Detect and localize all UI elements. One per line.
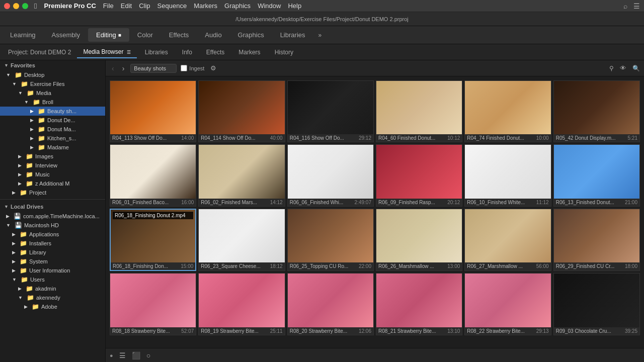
search-icon[interactable]: ⌕ (623, 2, 627, 10)
clip-menu[interactable]: Clip (139, 2, 150, 10)
favorites-section[interactable]: ▼ Favorites (0, 60, 105, 70)
tab-libraries[interactable]: Libraries (272, 28, 313, 42)
tree-item-timemachine[interactable]: ▶ 💾 com.apple.TimeMachine.loca... (0, 212, 105, 221)
media-card-r04_113[interactable]: R04_113 Show Off Do...14:00 (110, 80, 196, 142)
tab-libraries-panel[interactable]: Libraries (139, 47, 174, 58)
markers-menu[interactable]: Markers (194, 2, 217, 10)
local-drives-section[interactable]: ▼ Local Drives (0, 202, 105, 212)
tree-item-interview[interactable]: ▶ 📁 Interview (0, 161, 105, 170)
media-card-r09_03[interactable]: R09_03 Chocolate Cru...39:25 (553, 273, 640, 335)
tab-color[interactable]: Color (129, 28, 161, 42)
apple-menu[interactable]:  (34, 2, 37, 10)
media-card-r04_60[interactable]: R04_60 Finished Donut...10:12 (376, 80, 462, 142)
media-card-r06_02[interactable]: R06_02_Finished Mars...14:12 (198, 144, 285, 206)
file-menu[interactable]: File (103, 2, 114, 10)
tab-history[interactable]: History (269, 47, 299, 58)
media-card-r08_21[interactable]: R08_21 Strawberry Bite...13:10 (376, 273, 462, 335)
nav-back-button[interactable]: ‹ (110, 63, 116, 73)
tab-graphics[interactable]: Graphics (230, 28, 272, 42)
media-card-r06_13[interactable]: R06_13_Finished Donut...21:00 (553, 144, 640, 206)
window-menu[interactable]: Window (258, 2, 281, 10)
tree-item-akadmin[interactable]: ▶ 📁 akadmin (0, 284, 105, 293)
media-browser-menu-icon[interactable]: ☰ (127, 50, 131, 55)
graphics-menu[interactable]: Graphics (224, 2, 251, 10)
tree-item-madame[interactable]: ▶ 📁 Madame (0, 143, 105, 152)
tab-effects-panel[interactable]: Effects (200, 47, 230, 58)
media-name-r08_18: R08_18 Strawberry Bite... (112, 328, 170, 334)
media-name-r09_03: R09_03 Chocolate Cru... (556, 328, 611, 334)
tree-item-broll[interactable]: ▼ 📁 Broll (0, 98, 105, 107)
tree-item-exercise-files[interactable]: ▼ 📁 Exercise Files (0, 79, 105, 88)
tab-learning[interactable]: Learning (2, 28, 44, 42)
more-tabs-button[interactable]: » (315, 30, 325, 41)
minimize-button[interactable] (13, 3, 19, 9)
tree-item-adobe[interactable]: ▶ 📁 Adobe (0, 302, 105, 311)
tree-item-kitchen[interactable]: ▶ 📁 Kitchen_s... (0, 134, 105, 143)
media-card-r06_06[interactable]: R06_06_Finished Whi...2:49:07 (287, 144, 374, 206)
help-menu[interactable]: Help (288, 2, 301, 10)
tree-item-images[interactable]: ▶ 📁 Images (0, 152, 105, 161)
tree-item-user-information[interactable]: ▶ 📁 User Information (0, 266, 105, 275)
media-card-r06_10[interactable]: R06_10_Finished White...11:12 (464, 144, 551, 206)
media-card-r06_26[interactable]: R06_26_Marshmallow ...13:00 (376, 209, 462, 271)
tree-item-users[interactable]: ▼ 📁 Users (0, 275, 105, 284)
media-card-r06_27[interactable]: R06_27_Marshmallow ...56:00 (464, 209, 551, 271)
tab-effects[interactable]: Effects (161, 28, 197, 42)
grid-view-button[interactable]: ⬛ (130, 350, 142, 360)
sequence-menu[interactable]: Sequence (157, 2, 187, 10)
tree-item-donut-de[interactable]: ▶ 📁 Donut De... (0, 116, 105, 125)
close-button[interactable] (4, 3, 10, 9)
tab-audio[interactable]: Audio (197, 28, 229, 42)
tree-item-akennedy[interactable]: ▼ 📁 akennedy (0, 293, 105, 302)
media-card-r06_09[interactable]: R06_09_Finished Rasp...20:12 (376, 144, 462, 206)
tree-item-installers[interactable]: ▶ 📁 Installers (0, 239, 105, 248)
edit-menu[interactable]: Edit (121, 2, 132, 10)
tab-markers[interactable]: Markers (232, 47, 266, 58)
media-card-r08_18[interactable]: R08_18 Strawberry Bite...52:07 (110, 273, 196, 335)
favorites-chevron: ▼ (4, 63, 9, 68)
tab-info[interactable]: Info (176, 47, 198, 58)
media-card-r08_19[interactable]: R08_19 Strawberry Bite...25:11 (198, 273, 285, 335)
media-card-r06_23[interactable]: R06_23_Square Cheese...18:12 (198, 209, 285, 271)
media-thumb-r06_13 (554, 145, 639, 198)
tree-item-library[interactable]: ▶ 📁 Library (0, 248, 105, 257)
media-card-r06_01[interactable]: R06_01_Finished Baco...16:00 (110, 144, 196, 206)
media-card-r08_20[interactable]: R08_20 Strawberry Bite...12:06 (287, 273, 374, 335)
fullscreen-button[interactable] (22, 3, 28, 9)
tree-item-media[interactable]: ▼ 📁 Media (0, 88, 105, 98)
tree-item-additional[interactable]: ▶ 📁 z Additional M (0, 179, 105, 188)
tab-assembly[interactable]: Assembly (44, 28, 88, 42)
nav-forward-button[interactable]: › (120, 63, 127, 73)
media-card-r06_25[interactable]: R06_25_Topping CU Ro...22:00 (287, 209, 374, 271)
settings-icon[interactable]: ⚙ (208, 63, 218, 73)
media-card-r04_114[interactable]: R04_114 Show Off Do...40:00 (198, 80, 285, 142)
content-area: ‹ › Beauty shots Ingest ⚙ ⚲ 👁 🔍 R04_113 … (106, 60, 644, 362)
media-card-r06_29[interactable]: R06_29_Finished CU Cr...18:00 (553, 209, 640, 271)
app-name[interactable]: Premiere Pro CC (44, 2, 96, 10)
preview-icon[interactable]: 👁 (618, 63, 628, 73)
tab-editing[interactable]: Editing ■ (88, 28, 129, 42)
tree-item-applications[interactable]: ▶ 📁 Applications (0, 230, 105, 239)
tree-item-music[interactable]: ▶ 📁 Music (0, 170, 105, 179)
tree-item-macintosh-hd[interactable]: ▼ 💾 Macintosh HD (0, 221, 105, 230)
tree-item-donut-ma[interactable]: ▶ 📁 Donut Ma... (0, 125, 105, 134)
tree-item-beauty-shots[interactable]: ▶ 📁 Beauty sh... (0, 107, 105, 116)
control-strip-icon[interactable]: ☰ (633, 2, 640, 10)
tree-item-desktop[interactable]: ▼ 📁 Desktop (0, 70, 105, 79)
filter-icon[interactable]: ⚲ (609, 65, 614, 72)
ingest-checkbox-label[interactable]: Ingest (181, 65, 204, 71)
search-button[interactable]: 🔍 (632, 65, 640, 72)
media-card-r06_18[interactable]: R06_18_Finishing Donut 2.mp4R06_18_Finis… (110, 209, 196, 271)
media-card-r04_116[interactable]: R04_116 Show Off Do...29:12 (287, 80, 374, 142)
filmstrip-view-button[interactable]: ○ (144, 350, 152, 360)
ingest-checkbox[interactable] (181, 65, 187, 71)
breadcrumb-select[interactable]: Beauty shots (130, 64, 177, 73)
editing-menu-icon[interactable]: ■ (118, 32, 121, 38)
media-card-r04_74[interactable]: R04_74 Finished Donut...10:00 (464, 80, 551, 142)
media-card-r08_22[interactable]: R08_22 Strawberry Bite...29:13 (464, 273, 551, 335)
tab-media-browser[interactable]: Media Browser ☰ (77, 46, 136, 58)
tree-item-system[interactable]: ▶ 📁 System (0, 257, 105, 266)
media-card-r05_42[interactable]: R05_42 Donut Display.m...5:21 (553, 80, 640, 142)
tree-item-project[interactable]: ▶ 📁 Project (0, 188, 105, 197)
list-view-button[interactable]: ☰ (117, 350, 128, 360)
